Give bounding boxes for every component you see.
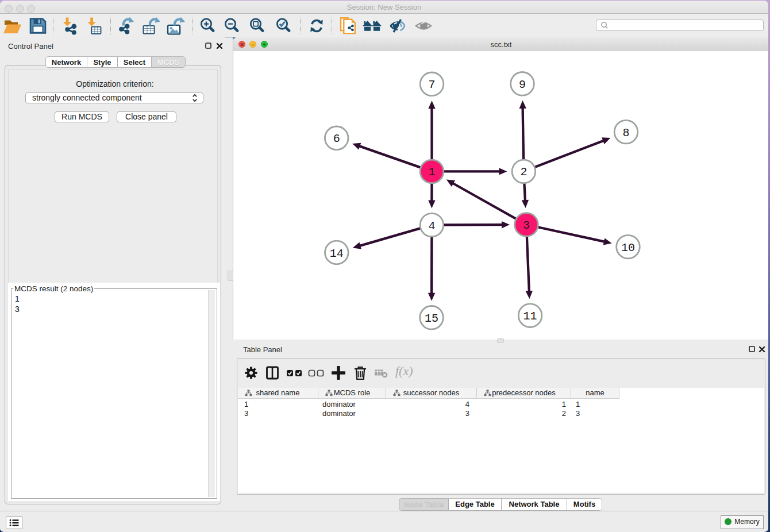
svg-text:10: 10 [621,241,635,255]
svg-text:11: 11 [523,310,537,323]
svg-text:3: 3 [523,219,530,232]
svg-text:6: 6 [333,132,340,145]
svg-text:8: 8 [622,126,629,140]
svg-text:4: 4 [428,219,435,233]
svg-text:1: 1 [428,165,435,179]
svg-text:15: 15 [425,312,438,325]
svg-text:7: 7 [428,78,435,91]
svg-text:14: 14 [330,247,344,260]
svg-text:2: 2 [520,165,527,179]
svg-text:9: 9 [519,78,526,91]
